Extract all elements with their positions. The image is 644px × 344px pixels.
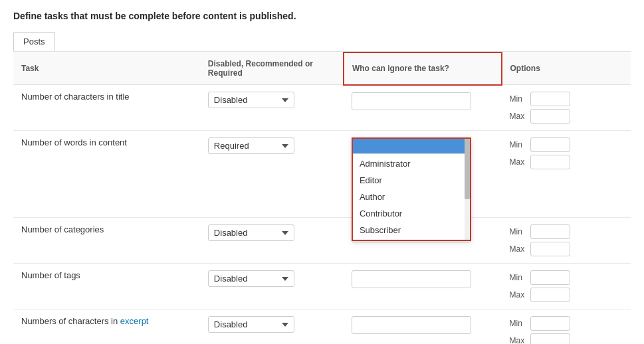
table-row: Number of words in content Disabled Reco… <box>13 131 631 218</box>
min-label: Min <box>510 140 526 149</box>
min-max-excerpt-chars: Min Max <box>510 316 623 344</box>
dropdown-list: Administrator Editor Author Contributor … <box>353 154 470 240</box>
task-cell-categories: Number of categories <box>13 218 200 264</box>
max-label: Max <box>510 112 526 121</box>
max-label: Max <box>510 157 526 167</box>
options-cell-excerpt-chars: Min Max <box>502 309 631 345</box>
status-cell-excerpt-chars: Disabled Recommended Required <box>200 309 344 345</box>
min-max-categories: Min Max <box>510 224 623 256</box>
status-select-title-chars[interactable]: Disabled Recommended Required <box>208 92 294 108</box>
status-select-excerpt-chars[interactable]: Disabled Recommended Required <box>208 316 294 333</box>
tab-bar: Posts <box>13 32 631 51</box>
max-label: Max <box>510 336 526 344</box>
table-row: Number of tags Disabled Recommended Requ… <box>13 264 631 309</box>
min-input-tags[interactable] <box>530 270 570 285</box>
min-label: Min <box>510 273 526 282</box>
status-cell-words-content: Disabled Recommended Required <box>200 131 344 218</box>
status-cell-title-chars: Disabled Recommended Required <box>200 85 344 131</box>
options-cell-categories: Min Max <box>502 218 631 264</box>
ignore-cell-title-chars <box>344 85 502 131</box>
options-cell-tags: Min Max <box>502 264 631 309</box>
dropdown-item-subscriber[interactable]: Subscriber <box>353 222 470 238</box>
task-cell-title-chars: Number of characters in title <box>13 85 200 131</box>
tasks-table: Task Disabled, Recommended or Required W… <box>13 52 631 344</box>
page-wrapper: Define tasks that must be complete befor… <box>0 0 644 344</box>
status-cell-tags: Disabled Recommended Required <box>200 264 344 309</box>
min-label: Min <box>510 227 526 236</box>
max-input-excerpt-chars[interactable] <box>530 333 570 344</box>
task-cell-excerpt-chars: Numbers of characters in excerpt <box>13 309 200 345</box>
table-row: Number of categories Disabled Recommende… <box>13 218 631 264</box>
ignore-input-title-chars[interactable] <box>352 92 471 110</box>
min-input-words-content[interactable] <box>530 137 570 152</box>
tab-posts[interactable]: Posts <box>13 32 55 51</box>
max-input-words-content[interactable] <box>530 155 570 169</box>
ignore-input-excerpt-chars[interactable] <box>352 316 471 334</box>
min-max-title-chars: Min Max <box>510 92 623 124</box>
dropdown-item-author[interactable]: Author <box>353 189 470 205</box>
min-max-tags: Min Max <box>510 270 623 302</box>
ignore-cell-tags <box>344 264 502 309</box>
ignore-cell-excerpt-chars <box>344 309 502 345</box>
table-header-row: Task Disabled, Recommended or Required W… <box>13 52 631 85</box>
task-cell-words-content: Number of words in content <box>13 131 200 218</box>
min-label: Min <box>510 94 526 104</box>
header-status: Disabled, Recommended or Required <box>200 52 344 85</box>
max-label: Max <box>510 244 526 254</box>
table-container: Task Disabled, Recommended or Required W… <box>13 51 631 344</box>
max-label: Max <box>510 290 526 300</box>
dropdown-search-input[interactable] <box>353 139 470 154</box>
header-task: Task <box>13 52 200 85</box>
dropdown-scrollbar[interactable] <box>465 139 470 240</box>
max-input-categories[interactable] <box>530 242 570 256</box>
min-input-title-chars[interactable] <box>530 92 570 106</box>
dropdown-scrollbar-thumb <box>465 139 470 199</box>
ignore-cell-words-content: Administrator Editor Author Contributor … <box>344 131 502 218</box>
page-description: Define tasks that must be complete befor… <box>13 11 631 21</box>
table-row: Number of characters in title Disabled R… <box>13 85 631 131</box>
max-input-title-chars[interactable] <box>530 109 570 124</box>
status-select-tags[interactable]: Disabled Recommended Required <box>208 270 294 287</box>
min-max-words-content: Min Max <box>510 137 623 169</box>
min-label: Min <box>510 319 526 328</box>
options-cell-title-chars: Min Max <box>502 85 631 131</box>
dropdown-item-editor[interactable]: Editor <box>353 172 470 189</box>
header-options: Options <box>502 52 631 85</box>
ignore-dropdown-popup: Administrator Editor Author Contributor … <box>352 137 471 241</box>
table-row: Numbers of characters in excerpt Disable… <box>13 309 631 345</box>
header-ignore: Who can ignore the task? <box>344 52 502 85</box>
dropdown-item-contributor[interactable]: Contributor <box>353 205 470 222</box>
excerpt-link[interactable]: excerpt <box>120 316 149 326</box>
max-input-tags[interactable] <box>530 288 570 302</box>
min-input-excerpt-chars[interactable] <box>530 316 570 331</box>
status-select-words-content[interactable]: Disabled Recommended Required <box>208 137 294 154</box>
status-select-categories[interactable]: Disabled Recommended Required <box>208 224 294 241</box>
options-cell-words-content: Min Max <box>502 131 631 218</box>
ignore-input-tags[interactable] <box>352 270 471 288</box>
task-cell-tags: Number of tags <box>13 264 200 309</box>
dropdown-item-administrator[interactable]: Administrator <box>353 155 470 172</box>
status-cell-categories: Disabled Recommended Required <box>200 218 344 264</box>
min-input-categories[interactable] <box>530 224 570 239</box>
